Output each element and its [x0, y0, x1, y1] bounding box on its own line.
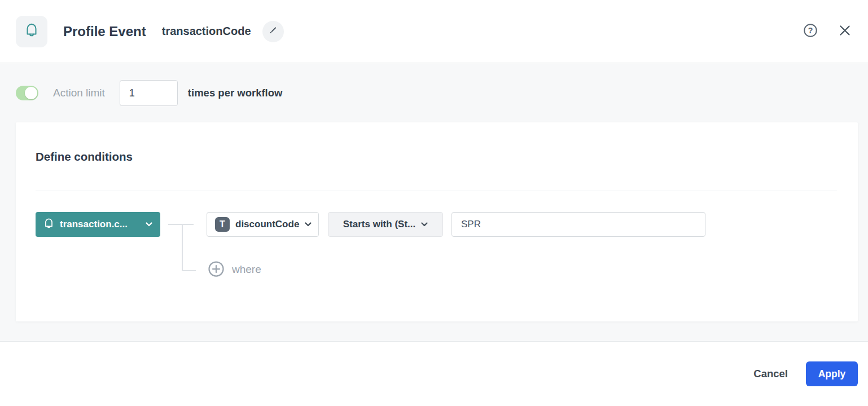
edit-name-button[interactable]: [262, 21, 284, 42]
event-selector-dropdown[interactable]: transaction.c...: [36, 212, 160, 237]
chevron-down-icon: [146, 222, 152, 227]
chevron-down-icon: [421, 222, 428, 227]
action-limit-suffix: times per workflow: [188, 87, 283, 99]
text-type-icon: T: [215, 217, 230, 232]
event-name: transactionCode: [162, 25, 251, 38]
profile-event-modal: Profile Event transactionCode ?: [0, 0, 868, 406]
add-where-label: where: [232, 263, 261, 276]
help-button[interactable]: ?: [803, 23, 818, 40]
card-divider: [36, 191, 837, 191]
add-where-condition-button[interactable]: where: [208, 261, 261, 279]
action-limit-toggle[interactable]: [16, 86, 38, 100]
question-circle-icon: ?: [803, 23, 818, 40]
define-conditions-card: Define conditions transaction.c... T dis…: [16, 122, 858, 321]
card-heading: Define conditions: [36, 150, 133, 164]
modal-header: Profile Event transactionCode ?: [0, 0, 868, 63]
page-title: Profile Event: [63, 24, 146, 39]
event-icon-box: [16, 16, 47, 47]
connector-line: [182, 270, 196, 271]
connector-line: [182, 224, 183, 271]
operator-label: Starts with (St...: [343, 219, 415, 230]
chevron-down-icon: [299, 222, 312, 227]
connector-line: [168, 224, 194, 225]
apply-button[interactable]: Apply: [806, 361, 858, 386]
svg-text:?: ?: [808, 26, 813, 35]
cancel-button[interactable]: Cancel: [753, 368, 788, 380]
action-limit-label: Action limit: [53, 87, 105, 99]
action-limit-input[interactable]: [120, 80, 178, 106]
bell-icon: [43, 217, 54, 232]
event-selector-label: transaction.c...: [60, 219, 128, 230]
condition-value-input[interactable]: [451, 212, 705, 237]
attribute-dropdown[interactable]: T discountCode: [207, 212, 319, 237]
modal-footer: Cancel Apply: [0, 341, 868, 406]
operator-dropdown[interactable]: Starts with (St...: [328, 212, 443, 237]
close-button[interactable]: [838, 23, 852, 39]
plus-circle-icon: [208, 261, 225, 279]
toggle-knob: [25, 87, 37, 99]
x-icon: [838, 23, 852, 39]
bell-icon: [24, 22, 39, 41]
pencil-icon: [268, 25, 279, 38]
attribute-label: discountCode: [235, 219, 299, 230]
action-limit-row: Action limit times per workflow: [0, 63, 868, 123]
